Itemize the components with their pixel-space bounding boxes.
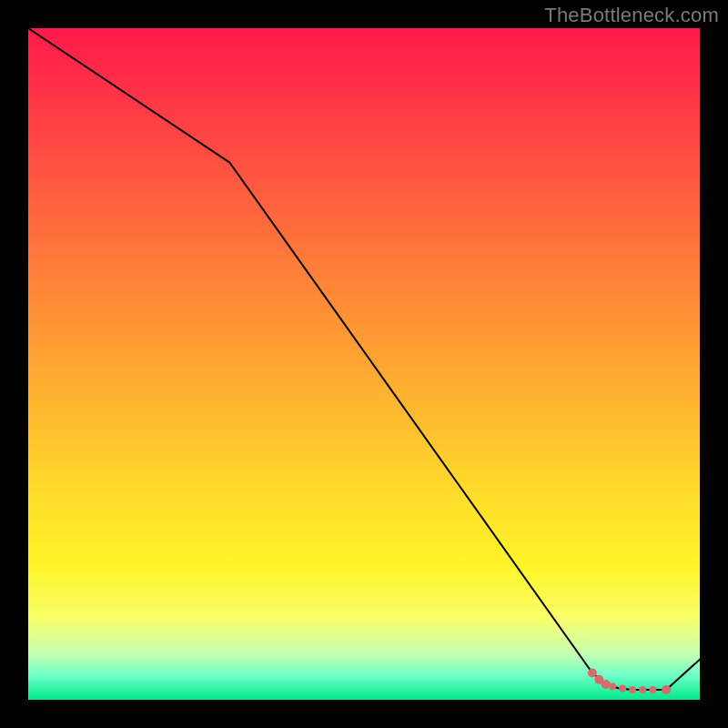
marker-point <box>629 686 636 693</box>
marker-point <box>609 682 616 690</box>
marker-point <box>649 686 656 693</box>
marker-point <box>662 685 671 694</box>
watermark: TheBottleneck.com <box>544 4 719 27</box>
bottleneck-curve <box>28 28 700 690</box>
marker-point <box>588 668 597 677</box>
chart-frame: TheBottleneck.com <box>0 0 728 728</box>
marker-point <box>602 680 611 689</box>
curve-svg <box>28 28 700 700</box>
plot-area <box>28 28 700 700</box>
marker-point <box>639 686 646 693</box>
marker-point <box>619 684 626 692</box>
